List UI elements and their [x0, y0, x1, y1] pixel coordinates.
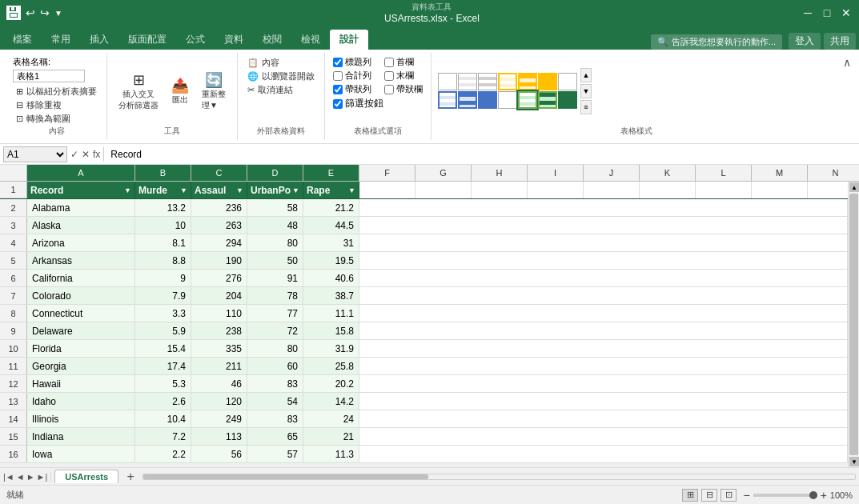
col-header-k[interactable]: K: [640, 165, 696, 181]
col-header-g[interactable]: G: [415, 165, 472, 181]
style-cell-yellow3[interactable]: [538, 73, 557, 90]
zoom-in-btn[interactable]: +: [821, 489, 827, 502]
cell-e12[interactable]: 20.2: [303, 375, 359, 392]
style-cell-green3[interactable]: [558, 91, 577, 109]
tab-review[interactable]: 校閱: [253, 30, 291, 50]
styles-up-btn[interactable]: ▲: [580, 68, 592, 82]
col-header-i[interactable]: I: [528, 165, 584, 181]
share-btn[interactable]: 共用: [824, 33, 856, 50]
cell-b12[interactable]: 5.3: [135, 375, 191, 392]
pivot-table-btn[interactable]: ⊞ 以樞紐分析表摘要: [13, 85, 100, 98]
cell-e10[interactable]: 31.9: [303, 340, 359, 357]
cell-e4[interactable]: 31: [303, 234, 359, 251]
close-btn[interactable]: ✕: [840, 6, 853, 19]
sheet-next-btn[interactable]: ►: [26, 472, 35, 482]
cell-d4[interactable]: 80: [247, 234, 303, 251]
cell-b1[interactable]: Murde ▼: [135, 182, 191, 198]
filter-arrow-a[interactable]: ▼: [124, 186, 131, 194]
cell-c15[interactable]: 113: [191, 428, 247, 445]
remove-duplicates-btn[interactable]: ⊟ 移除重複: [13, 98, 100, 112]
cell-a15[interactable]: Indiana: [27, 428, 135, 445]
quick-access-more[interactable]: ▼: [54, 9, 62, 18]
cell-c16[interactable]: 56: [191, 446, 247, 462]
style-cell-yellow2[interactable]: [518, 73, 537, 90]
cell-e2[interactable]: 21.2: [303, 199, 359, 216]
filter-arrow-c[interactable]: ▼: [236, 186, 243, 194]
last-col-checkbox-label[interactable]: 末欄: [384, 70, 423, 82]
tab-design[interactable]: 設計: [330, 30, 368, 50]
collapse-ribbon-btn[interactable]: ∧: [841, 53, 853, 140]
formula-fx-icon[interactable]: fx: [93, 149, 100, 160]
cell-d8[interactable]: 77: [247, 305, 303, 322]
last-col-checkbox[interactable]: [384, 71, 394, 81]
header-row-checkbox[interactable]: [333, 58, 343, 67]
cell-e6[interactable]: 40.6: [303, 270, 359, 286]
cell-c8[interactable]: 110: [191, 305, 247, 322]
page-break-btn[interactable]: ⊡: [721, 489, 737, 502]
undo-btn[interactable]: ↩: [26, 6, 35, 19]
formula-cancel-icon[interactable]: ✕: [82, 149, 90, 160]
cell-c1[interactable]: Assaul ▼: [191, 182, 247, 198]
restore-btn[interactable]: □: [821, 6, 833, 19]
style-cell-blue2[interactable]: [458, 91, 477, 109]
col-header-d[interactable]: D: [247, 165, 303, 181]
cell-d6[interactable]: 91: [247, 270, 303, 286]
minimize-btn[interactable]: ─: [801, 6, 814, 19]
cell-e3[interactable]: 44.5: [303, 217, 359, 234]
cell-b2[interactable]: 13.2: [135, 199, 191, 216]
style-cell[interactable]: [478, 73, 497, 90]
cell-d10[interactable]: 80: [247, 340, 303, 357]
col-header-j[interactable]: J: [584, 165, 640, 181]
filter-btn-checkbox[interactable]: [333, 99, 343, 109]
cell-d2[interactable]: 58: [247, 199, 303, 216]
add-sheet-btn[interactable]: +: [122, 470, 139, 484]
cell-b13[interactable]: 2.6: [135, 393, 191, 410]
cell-d5[interactable]: 50: [247, 252, 303, 269]
save-icon[interactable]: [6, 6, 21, 20]
tab-home[interactable]: 常用: [42, 30, 80, 50]
style-cell-blue[interactable]: [438, 91, 457, 109]
insert-slicer-btn[interactable]: ⊞ 插入交叉分析篩選器: [114, 70, 163, 113]
cell-c14[interactable]: 249: [191, 410, 247, 427]
tab-view[interactable]: 檢視: [291, 30, 330, 50]
filter-arrow-e[interactable]: ▼: [348, 186, 355, 194]
cell-c5[interactable]: 190: [191, 252, 247, 269]
banded-rows-checkbox-label[interactable]: 帶狀列: [333, 83, 371, 95]
styles-down-btn[interactable]: ▼: [580, 84, 592, 98]
col-header-b[interactable]: B: [135, 165, 191, 181]
zoom-slider[interactable]: [753, 494, 817, 497]
export-btn[interactable]: 📤 匯出: [167, 75, 194, 107]
cell-b11[interactable]: 17.4: [135, 358, 191, 374]
cell-a5[interactable]: Arkansas: [27, 252, 135, 269]
cell-e14[interactable]: 24: [303, 410, 359, 427]
sheet-prev-btn[interactable]: ◄: [16, 472, 25, 482]
cell-a7[interactable]: Colorado: [27, 287, 135, 304]
cell-e9[interactable]: 15.8: [303, 322, 359, 339]
cell-a9[interactable]: Delaware: [27, 322, 135, 339]
style-cell[interactable]: [498, 91, 517, 109]
col-header-l[interactable]: L: [696, 165, 752, 181]
sheet-last-btn[interactable]: ►|: [37, 472, 48, 482]
scroll-down-btn[interactable]: ▼: [849, 457, 859, 466]
first-col-checkbox-label[interactable]: 首欄: [384, 56, 423, 68]
cell-d9[interactable]: 72: [247, 322, 303, 339]
cell-b5[interactable]: 8.8: [135, 252, 191, 269]
style-cell-yellow[interactable]: [498, 73, 517, 90]
style-cell-green-active[interactable]: [518, 91, 537, 109]
v-scrollbar[interactable]: ▲ ▼: [848, 182, 859, 467]
cell-b8[interactable]: 3.3: [135, 305, 191, 322]
col-header-m[interactable]: M: [752, 165, 808, 181]
tab-insert[interactable]: 插入: [80, 30, 118, 50]
h-scrollbar[interactable]: [142, 474, 856, 480]
cell-b4[interactable]: 8.1: [135, 234, 191, 251]
col-header-e[interactable]: E: [303, 165, 359, 181]
cell-d13[interactable]: 54: [247, 393, 303, 410]
cell-a13[interactable]: Idaho: [27, 393, 135, 410]
cell-d11[interactable]: 60: [247, 358, 303, 374]
col-header-h[interactable]: H: [472, 165, 528, 181]
tab-formula[interactable]: 公式: [176, 30, 215, 50]
banded-cols-checkbox[interactable]: [384, 85, 394, 94]
col-header-c[interactable]: C: [191, 165, 247, 181]
cell-e16[interactable]: 11.3: [303, 446, 359, 462]
filter-btn-checkbox-label[interactable]: 篩選按鈕: [333, 97, 383, 110]
